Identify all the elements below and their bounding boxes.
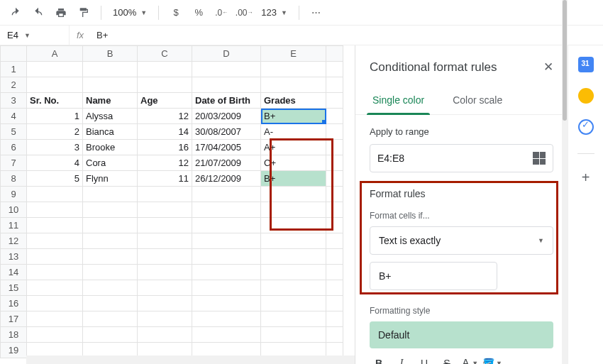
data-cell[interactable]: 21/07/2009	[192, 155, 261, 171]
row-header[interactable]: 9	[1, 187, 27, 202]
toolbar: 100%▼ $ % .0← .00→ 123▼ ⋯	[0, 0, 603, 26]
tab-color-scale[interactable]: Color scale	[447, 87, 508, 114]
row-header[interactable]: 5	[1, 124, 27, 140]
add-addon-button[interactable]: +	[582, 170, 590, 186]
tasks-app-icon[interactable]: ✓	[578, 119, 594, 135]
select-all-corner[interactable]	[1, 46, 27, 62]
row-header[interactable]: 7	[1, 155, 27, 171]
more-buttons[interactable]: ⋯	[306, 3, 326, 23]
condition-dropdown[interactable]: Text is exactly ▼	[370, 226, 553, 255]
header-cell[interactable]: Age	[138, 93, 192, 109]
style-label: Formatting style	[370, 306, 553, 316]
data-cell[interactable]: C+	[261, 155, 326, 171]
fx-icon: fx	[70, 30, 91, 40]
more-formats-dropdown[interactable]: 123▼	[257, 7, 292, 18]
paint-format-button[interactable]	[74, 3, 94, 23]
data-cell[interactable]: 5	[27, 171, 83, 187]
formula-value[interactable]: B+	[91, 30, 603, 40]
column-header-E[interactable]: E	[261, 46, 326, 62]
data-cell[interactable]: 17/04/2005	[192, 140, 261, 155]
header-cell[interactable]: Name	[83, 93, 138, 109]
row-header[interactable]: 12	[1, 233, 27, 249]
spreadsheet-grid[interactable]: A B C D E 1 2 3 Sr. No. Name Age Date of…	[0, 45, 355, 364]
data-cell[interactable]: 14	[138, 124, 192, 140]
active-cell[interactable]: B+	[261, 109, 326, 124]
data-cell[interactable]: A+	[261, 140, 326, 155]
formula-bar: E4▼ fx B+	[0, 26, 603, 45]
column-header-C[interactable]: C	[138, 46, 192, 62]
data-cell[interactable]: 2	[27, 124, 83, 140]
header-cell[interactable]: Date of Birth	[192, 93, 261, 109]
row-header[interactable]: 17	[1, 311, 27, 327]
data-cell[interactable]: 3	[27, 140, 83, 155]
strikethrough-button[interactable]: S	[438, 354, 456, 364]
row-header[interactable]: 16	[1, 296, 27, 311]
data-cell[interactable]: 12	[138, 155, 192, 171]
select-range-icon[interactable]	[533, 152, 546, 165]
data-cell[interactable]: Brooke	[83, 140, 138, 155]
column-header-fill	[326, 46, 343, 62]
calendar-app-icon[interactable]: 31	[578, 57, 594, 72]
print-button[interactable]	[51, 3, 71, 23]
panel-scrollbar[interactable]	[562, 45, 568, 364]
data-cell[interactable]: 1	[27, 109, 83, 124]
data-cell[interactable]: Cora	[83, 155, 138, 171]
fill-color-button[interactable]: 🪣▼	[483, 354, 502, 364]
row-header[interactable]: 19	[1, 343, 27, 358]
range-value: E4:E8	[377, 153, 404, 164]
format-rules-title: Format rules	[355, 178, 568, 202]
percent-button[interactable]: %	[189, 3, 209, 23]
row-header[interactable]: 14	[1, 265, 27, 280]
name-box[interactable]: E4▼	[0, 26, 70, 45]
data-cell[interactable]: B+	[261, 171, 326, 187]
header-cell[interactable]: Sr. No.	[27, 93, 83, 109]
zoom-dropdown[interactable]: 100%▼	[109, 7, 151, 18]
text-color-button[interactable]: A▼	[460, 354, 479, 364]
range-input[interactable]: E4:E8	[370, 144, 553, 172]
row-header[interactable]: 18	[1, 327, 27, 343]
data-cell[interactable]: 16	[138, 140, 192, 155]
side-appbar: 31 ✓ +	[568, 45, 603, 364]
row-header[interactable]: 1	[1, 62, 27, 77]
row-header[interactable]: 3	[1, 93, 27, 109]
conditional-format-panel: Conditional format rules ✕ Single color …	[355, 45, 568, 364]
row-header[interactable]: 2	[1, 77, 27, 93]
style-preview[interactable]: Default	[370, 321, 553, 348]
horizontal-scrollbar[interactable]	[26, 355, 355, 364]
italic-button[interactable]: I	[392, 354, 411, 364]
keep-app-icon[interactable]	[578, 88, 594, 104]
data-cell[interactable]: 4	[27, 155, 83, 171]
data-cell[interactable]: 12	[138, 109, 192, 124]
data-cell[interactable]: Flynn	[83, 171, 138, 187]
close-panel-button[interactable]: ✕	[543, 60, 553, 75]
tab-single-color[interactable]: Single color	[367, 87, 430, 114]
row-header[interactable]: 11	[1, 218, 27, 233]
undo-button[interactable]	[6, 3, 26, 23]
data-cell[interactable]: Alyssa	[83, 109, 138, 124]
column-header-A[interactable]: A	[27, 46, 83, 62]
data-cell[interactable]: Bianca	[83, 124, 138, 140]
apply-range-label: Apply to range	[370, 126, 553, 137]
row-header[interactable]: 10	[1, 202, 27, 218]
row-header[interactable]: 8	[1, 171, 27, 187]
data-cell[interactable]: 11	[138, 171, 192, 187]
underline-button[interactable]: U	[415, 354, 433, 364]
divider	[577, 153, 594, 154]
increase-decimal-button[interactable]: .00→	[234, 3, 254, 23]
row-header[interactable]: 6	[1, 140, 27, 155]
data-cell[interactable]: 20/03/2009	[192, 109, 261, 124]
header-cell[interactable]: Grades	[261, 93, 326, 109]
data-cell[interactable]: A-	[261, 124, 326, 140]
data-cell[interactable]: 30/08/2007	[192, 124, 261, 140]
column-header-B[interactable]: B	[83, 46, 138, 62]
bold-button[interactable]: B	[370, 354, 388, 364]
column-header-D[interactable]: D	[192, 46, 261, 62]
redo-button[interactable]	[28, 3, 48, 23]
condition-value-input[interactable]: B+	[370, 262, 497, 290]
currency-button[interactable]: $	[166, 3, 186, 23]
row-header[interactable]: 4	[1, 109, 27, 124]
data-cell[interactable]: 26/12/2009	[192, 171, 261, 187]
row-header[interactable]: 13	[1, 249, 27, 265]
row-header[interactable]: 15	[1, 280, 27, 296]
decrease-decimal-button[interactable]: .0←	[211, 3, 231, 23]
